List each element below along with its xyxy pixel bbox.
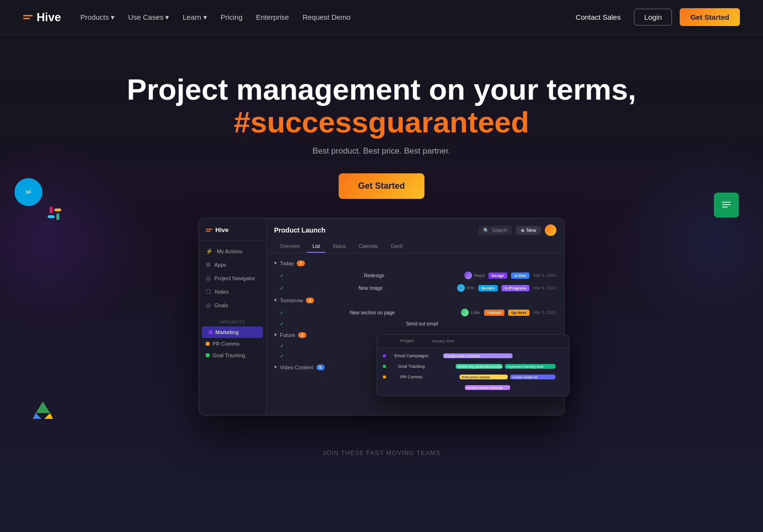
logo-text: Hive (37, 11, 61, 24)
chevron-icon: ▾ (274, 297, 277, 303)
avatar: L (461, 309, 469, 316)
gantt-bars: Draft press release Create media list (437, 374, 563, 380)
task-row[interactable]: ✓ New image E Eric Socials In Progress M… (266, 282, 564, 294)
sidebar-item-goals[interactable]: ◎ Goals (199, 298, 266, 312)
gantt-bar: Define key performance indicators (456, 364, 502, 369)
sidebar-project-marketing[interactable]: Marketing (202, 326, 263, 338)
nav-enterprise[interactable]: Enterprise (256, 13, 289, 21)
sidebar-project-goal-tracking[interactable]: Goal Tracking (199, 350, 266, 361)
task-date: Mar 4, 2024 (533, 285, 556, 290)
get-started-nav-button[interactable]: Get Started (680, 8, 740, 26)
chevron-icon: ▾ (274, 364, 277, 370)
check-icon: ✓ (280, 310, 284, 315)
chevron-down-icon: ▾ (111, 13, 115, 22)
user-avatar[interactable] (545, 224, 556, 236)
logo-icon (23, 15, 33, 19)
task-count-badge: 2 (306, 298, 314, 303)
status-badge: Up Next (508, 310, 529, 316)
sidebar-item-notes[interactable]: ☐ Notes (199, 285, 266, 298)
hero-headline: Project management on your terms, #succe… (10, 73, 753, 139)
app-preview: Hive ⚡ My Actions ⊞ Apps ◎ Project Navig… (198, 218, 565, 415)
hero-subtext: Best product. Best price. Best partner. (10, 146, 753, 156)
task-assignee: M Maya (464, 272, 485, 279)
check-icon: ✓ (280, 285, 284, 291)
app-tabs: Overview List Status Calendar (274, 241, 556, 253)
project-color-dot (206, 342, 210, 346)
gantt-chart-overlay: Project January 2024 Email Campaigns Des… (377, 334, 569, 396)
gantt-dot (383, 386, 386, 389)
navigator-icon: ◎ (206, 275, 210, 282)
sidebar-item-my-actions[interactable]: ⚡ My Actions (199, 245, 266, 258)
task-date: Mar 5, 2024 (533, 310, 556, 315)
task-date: Mar 4, 2024 (533, 273, 556, 278)
app-title-row: Product Launch 🔍 Search ⊕ New (274, 224, 556, 236)
nav-links: Products ▾ Use Cases ▾ Learn ▾ Pricing E… (80, 13, 351, 22)
actions-icon: ⚡ (206, 248, 213, 255)
gantt-row: PR Comms Draft press release Create medi… (377, 372, 569, 382)
tag: Socials (478, 285, 498, 291)
gantt-bar: Design email templates (443, 353, 513, 358)
project-color-dot (209, 330, 212, 334)
tab-calendar[interactable]: Calendar (353, 241, 384, 253)
get-started-hero-button[interactable]: Get Started (339, 173, 424, 199)
sidebar-item-project-navigator[interactable]: ◎ Project Navigator (199, 272, 266, 285)
search-icon: 🔍 (483, 228, 489, 233)
gantt-bar: Create media list (510, 375, 555, 379)
task-assignee: L Luke (461, 309, 480, 316)
hero-section: Project management on your terms, #succe… (0, 35, 763, 435)
nav-products[interactable]: Products ▾ (80, 13, 115, 22)
search-box[interactable]: 🔍 Search (478, 226, 512, 235)
sidebar-project-pr-comms[interactable]: PR Comms (199, 338, 266, 350)
gantt-bar: Draft press release (460, 375, 508, 379)
tag: Design (488, 272, 507, 279)
tab-overview[interactable]: Overview (274, 241, 306, 253)
tab-list[interactable]: List (307, 241, 326, 253)
task-row[interactable]: ✓ Redesign M Maya Design In Dev Mar 4, 2… (266, 269, 564, 282)
sidebar-logo: Hive (199, 226, 266, 241)
app-sidebar: Hive ⚡ My Actions ⊞ Apps ◎ Project Navig… (199, 219, 266, 415)
task-group-tomorrow[interactable]: ▾ Tomorrow 2 (266, 294, 564, 306)
check-icon: ✓ (280, 353, 284, 359)
contact-sales-button[interactable]: Contact Sales (570, 9, 626, 25)
chevron-icon: ▾ (274, 332, 277, 338)
app-header: Product Launch 🔍 Search ⊕ New (266, 219, 564, 253)
goals-icon: ◎ (206, 302, 210, 309)
new-button[interactable]: ⊕ New (516, 226, 541, 235)
nav-learn[interactable]: Learn ▾ (183, 13, 207, 22)
nav-pricing[interactable]: Pricing (221, 13, 243, 21)
bottom-section: JOIN THESE FAST MOVING TEAMS (0, 435, 763, 466)
nav-left: Hive Products ▾ Use Cases ▾ Learn ▾ Pric… (23, 11, 351, 24)
gantt-bar: Monitor media coverage (465, 385, 510, 390)
sidebar-item-apps[interactable]: ⊞ Apps (199, 258, 266, 272)
task-count-badge: 2 (297, 260, 305, 266)
nav-use-cases[interactable]: Use Cases ▾ (128, 13, 169, 22)
check-icon: ✓ (280, 321, 284, 326)
task-row[interactable]: ✓ New section on page L Luke Product Up … (266, 306, 564, 319)
sidebar-logo-bars (206, 229, 212, 232)
avatar: M (464, 272, 472, 279)
gantt-project-label: Project (383, 338, 431, 343)
task-assignee: E Eric (457, 284, 474, 292)
plus-icon: ⊕ (521, 228, 525, 233)
login-button[interactable]: Login (634, 9, 672, 26)
gantt-dot (383, 376, 386, 378)
chevron-down-icon: ▾ (203, 13, 207, 22)
chevron-icon: ▾ (274, 260, 277, 266)
status-badge: In Progress (501, 285, 529, 291)
app-title: Product Launch (274, 226, 326, 234)
tab-gantt[interactable]: Gantt (385, 241, 408, 253)
task-row[interactable]: ✓ Send out email (266, 319, 564, 329)
gantt-row: Email Campaigns Design email templates (377, 350, 569, 361)
check-icon: ✓ (280, 343, 284, 349)
gantt-row: Goal Tracking Define key performance ind… (377, 361, 569, 372)
task-group-today[interactable]: ▾ Today 2 (266, 257, 564, 269)
avatar: E (457, 284, 465, 292)
gantt-bar: Implement tracking tools (505, 364, 555, 369)
task-count-badge: 2 (298, 332, 306, 338)
projects-section-label: Projects (199, 317, 266, 326)
app-header-right: 🔍 Search ⊕ New (478, 224, 556, 236)
logo-bar-top (23, 15, 33, 16)
tab-status[interactable]: Status (327, 241, 352, 253)
nav-request-demo[interactable]: Request Demo (303, 13, 351, 21)
logo[interactable]: Hive (23, 11, 61, 24)
